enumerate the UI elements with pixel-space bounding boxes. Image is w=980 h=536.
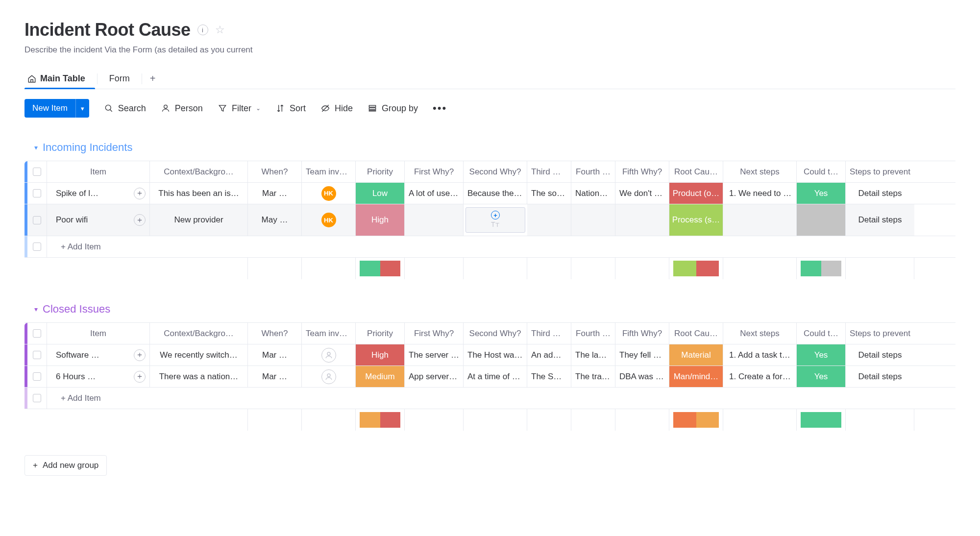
cell-team[interactable]: [302, 366, 356, 387]
cell-priority[interactable]: Medium: [356, 366, 405, 387]
row-checkbox[interactable]: [27, 344, 47, 365]
cell-fifth-why[interactable]: [615, 204, 669, 236]
cell-fourth-why[interactable]: The labels…: [571, 344, 615, 365]
add-item-button[interactable]: + Add Item: [47, 388, 914, 409]
cell-next-steps[interactable]: [723, 204, 797, 236]
column-header[interactable]: Could t…: [797, 323, 846, 344]
chevron-down-icon[interactable]: ▾: [34, 305, 38, 313]
cell-item[interactable]: 6 Hours … ＋: [47, 366, 150, 387]
column-header[interactable]: Priority: [356, 161, 405, 182]
cell-could-have[interactable]: [797, 204, 846, 236]
cell-second-why[interactable]: At a time of hig…: [464, 366, 527, 387]
cell-context[interactable]: New provider: [150, 204, 248, 236]
cell-steps-prevent[interactable]: Detail steps: [846, 183, 914, 204]
column-header[interactable]: Fourth …: [571, 323, 615, 344]
cell-second-why[interactable]: +Tᴛ: [466, 207, 525, 233]
cell-item[interactable]: Software … ＋: [47, 344, 150, 365]
cell-fourth-why[interactable]: The trans…: [571, 366, 615, 387]
row-checkbox[interactable]: [27, 204, 47, 236]
column-header[interactable]: Team invo…: [302, 161, 356, 182]
tab-main-table[interactable]: Main Table: [24, 69, 95, 89]
cell-third-why[interactable]: The SQL s…: [527, 366, 571, 387]
add-view-button[interactable]: +: [144, 69, 162, 88]
cell-when[interactable]: May …: [248, 204, 302, 236]
cell-root-cause[interactable]: Process (s…: [669, 204, 723, 236]
select-all-checkbox[interactable]: [27, 323, 47, 344]
column-header[interactable]: Fifth Why?: [615, 323, 669, 344]
groupby-button[interactable]: Group by: [368, 103, 418, 114]
cell-when[interactable]: Mar …: [248, 183, 302, 204]
column-header[interactable]: Item: [47, 161, 150, 182]
hide-button[interactable]: Hide: [320, 103, 353, 114]
column-header[interactable]: Priority: [356, 323, 405, 344]
info-icon[interactable]: i: [197, 24, 208, 35]
cell-steps-prevent[interactable]: Detail steps: [846, 204, 914, 236]
column-header[interactable]: Next steps: [723, 161, 797, 182]
cell-context[interactable]: We recently switch…: [150, 344, 248, 365]
row-checkbox[interactable]: [27, 183, 47, 204]
cell-fifth-why[interactable]: They fell of…: [615, 344, 669, 365]
cell-first-why[interactable]: A lot of user…: [405, 183, 464, 204]
tab-form[interactable]: Form: [99, 69, 140, 89]
cell-fifth-why[interactable]: DBA was o…: [615, 366, 669, 387]
cell-context[interactable]: There was a nation…: [150, 366, 248, 387]
cell-root-cause[interactable]: Material: [669, 344, 723, 365]
cell-item[interactable]: Spike of l… ＋: [47, 183, 150, 204]
column-header[interactable]: Third W…: [527, 323, 571, 344]
filter-button[interactable]: Filter ⌄: [218, 103, 261, 114]
cell-third-why[interactable]: The softw…: [527, 183, 571, 204]
group-header[interactable]: ▾ Incoming Incidents: [24, 141, 956, 154]
group-title[interactable]: Closed Issues: [43, 303, 110, 316]
cell-first-why[interactable]: App server t…: [405, 366, 464, 387]
cell-second-why[interactable]: The Host was r…: [464, 344, 527, 365]
chevron-down-icon[interactable]: ▾: [34, 144, 38, 151]
cell-team[interactable]: HK: [302, 183, 356, 204]
avatar[interactable]: HK: [321, 213, 336, 227]
column-header[interactable]: Context/Backgro…: [150, 323, 248, 344]
cell-second-why[interactable]: Because their p…: [464, 183, 527, 204]
cell-when[interactable]: Mar …: [248, 344, 302, 365]
more-options-button[interactable]: •••: [433, 102, 447, 115]
column-header[interactable]: Root Cau…: [669, 161, 723, 182]
cell-first-why[interactable]: [405, 204, 464, 236]
column-header[interactable]: When?: [248, 323, 302, 344]
column-header[interactable]: Fourth …: [571, 161, 615, 182]
column-header[interactable]: When?: [248, 161, 302, 182]
group-header[interactable]: ▾ Closed Issues: [24, 303, 956, 316]
open-updates-icon[interactable]: ＋: [134, 349, 146, 361]
cell-fourth-why[interactable]: National …: [571, 183, 615, 204]
open-updates-icon[interactable]: ＋: [134, 188, 146, 199]
cell-root-cause[interactable]: Man/mind…: [669, 366, 723, 387]
row-checkbox[interactable]: [27, 366, 47, 387]
cell-next-steps[interactable]: 1. Create a form…: [723, 366, 797, 387]
cell-root-cause[interactable]: Product (o…: [669, 183, 723, 204]
column-header[interactable]: Next steps: [723, 323, 797, 344]
group-title[interactable]: Incoming Incidents: [43, 141, 132, 154]
column-header[interactable]: Steps to prevent: [846, 161, 914, 182]
add-item-button[interactable]: + Add Item: [47, 236, 914, 257]
search-button[interactable]: Search: [104, 103, 146, 114]
row-checkbox[interactable]: [27, 388, 47, 409]
column-header[interactable]: Context/Backgro…: [150, 161, 248, 182]
cell-fourth-why[interactable]: [571, 204, 615, 236]
cell-steps-prevent[interactable]: Detail steps: [846, 366, 914, 387]
chevron-down-icon[interactable]: ▾: [75, 99, 89, 118]
new-item-button[interactable]: New Item ▾: [24, 99, 89, 118]
column-header[interactable]: Steps to prevent: [846, 323, 914, 344]
select-all-checkbox[interactable]: [27, 161, 47, 182]
sort-button[interactable]: Sort: [275, 103, 306, 114]
avatar-empty[interactable]: [321, 348, 336, 363]
cell-could-have[interactable]: Yes: [797, 344, 846, 365]
column-header[interactable]: Root Cau…: [669, 323, 723, 344]
cell-item[interactable]: Poor wifi ＋: [47, 204, 150, 236]
column-header[interactable]: First Why?: [405, 323, 464, 344]
cell-next-steps[interactable]: 1. We need to ha…: [723, 183, 797, 204]
column-header[interactable]: Team invo…: [302, 323, 356, 344]
avatar[interactable]: HK: [321, 186, 336, 201]
cell-team[interactable]: HK: [302, 204, 356, 236]
add-group-button[interactable]: + Add new group: [24, 455, 107, 476]
row-checkbox[interactable]: [27, 236, 47, 257]
cell-could-have[interactable]: Yes: [797, 183, 846, 204]
column-header[interactable]: First Why?: [405, 161, 464, 182]
cell-third-why[interactable]: An admini…: [527, 344, 571, 365]
